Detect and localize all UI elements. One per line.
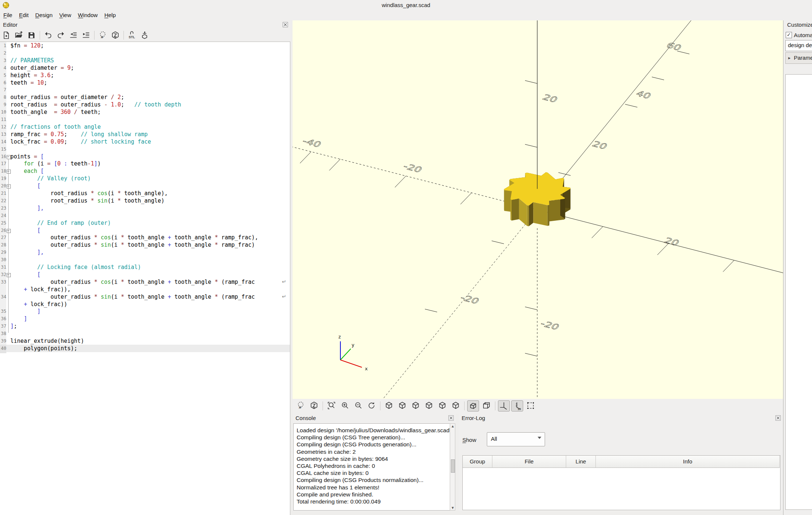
- editor-close-icon[interactable]: [283, 22, 288, 27]
- preview-button[interactable]: »: [97, 30, 108, 40]
- console-scrollbar[interactable]: ▲ ▼: [450, 423, 455, 511]
- new-file-button[interactable]: [1, 30, 12, 40]
- render-button[interactable]: [308, 400, 320, 411]
- code-line-15[interactable]: 15: [0, 145, 290, 153]
- code-line-2[interactable]: 2: [0, 49, 290, 57]
- code-line-5[interactable]: 5height = 3.6;: [0, 72, 290, 79]
- console-close-icon[interactable]: [448, 415, 454, 421]
- show-axes-button[interactable]: [498, 400, 510, 411]
- code-line-24[interactable]: 24: [0, 212, 290, 219]
- code-line-39[interactable]: 39linear_extrude(height): [0, 337, 290, 345]
- errorlog-column-group[interactable]: Group: [463, 456, 492, 468]
- code-line-14[interactable]: 14lock_frac = 0.09; // short locking fac…: [0, 138, 290, 145]
- code-line-8[interactable]: 8outer_radius = outer_diameter / 2;: [0, 94, 290, 101]
- errorlog-table[interactable]: GroupFileLineInfo: [462, 455, 780, 510]
- code-line-23[interactable]: 23 ],: [0, 204, 290, 212]
- code-line-7[interactable]: 7: [0, 86, 290, 94]
- code-line-3[interactable]: 3// PARAMETERS: [0, 57, 290, 64]
- code-line-22[interactable]: 22 root_radius * sin(i * tooth_angle): [0, 197, 290, 204]
- code-line-33[interactable]: 33 outer_radius * cos(i * tooth_angle + …: [0, 278, 290, 286]
- code-line-1[interactable]: 1$fn = 120;: [0, 42, 290, 49]
- redo-button[interactable]: [55, 30, 66, 40]
- preview-button[interactable]: »: [295, 400, 307, 411]
- code-line-37[interactable]: 37];: [0, 322, 290, 330]
- save-button[interactable]: [26, 30, 37, 40]
- save-icon: [27, 31, 36, 40]
- code-line-18[interactable]: 18 each [: [0, 167, 290, 175]
- code-line-31[interactable]: 31 // Locking face (almost radial): [0, 263, 290, 271]
- code-line-30[interactable]: 30: [0, 256, 290, 263]
- line-number: 40: [0, 345, 6, 353]
- view-right-button[interactable]: [383, 400, 395, 411]
- code-line-13[interactable]: 13ramp_frac = 0.75; // long shallow ramp: [0, 131, 290, 138]
- undo-button[interactable]: [43, 30, 54, 40]
- reset-view-button[interactable]: [366, 400, 377, 411]
- code-line-20[interactable]: 20 [: [0, 182, 290, 190]
- menu-edit[interactable]: Edit: [16, 10, 32, 20]
- errorlog-column-file[interactable]: File: [492, 456, 566, 468]
- errorlog-filter-dropdown[interactable]: All: [487, 432, 545, 446]
- unindent-button[interactable]: [68, 30, 79, 40]
- code-line-17[interactable]: 17 for (i = [0 : teeth-1]): [0, 160, 290, 167]
- code-line-21[interactable]: 21 root_radius * cos(i * tooth_angle),: [0, 190, 290, 197]
- code-line-35[interactable]: 35 ]: [0, 308, 290, 315]
- code-line-25[interactable]: 25 // End of ramp (outer): [0, 219, 290, 227]
- code-wrap-row[interactable]: + lock_frac)): [0, 301, 290, 308]
- code-line-19[interactable]: 19 // Valley (root): [0, 175, 290, 182]
- scroll-down-icon[interactable]: ▼: [451, 506, 454, 509]
- perspective-button[interactable]: [467, 400, 479, 411]
- code-line-36[interactable]: 36 ]: [0, 315, 290, 322]
- menu-window[interactable]: Window: [75, 10, 101, 20]
- errorlog-column-line[interactable]: Line: [566, 456, 596, 468]
- code-token: teeth: [10, 79, 30, 86]
- show-crosshairs-button[interactable]: [525, 400, 537, 411]
- code-line-28[interactable]: 28 outer_radius * sin(i * tooth_angle + …: [0, 241, 290, 249]
- console-log[interactable]: Loaded design '/home/julius/Downloads/wi…: [293, 423, 451, 511]
- code-line-11[interactable]: 11: [0, 116, 290, 123]
- menu-file[interactable]: File: [0, 10, 16, 20]
- view-bottom-button[interactable]: [410, 400, 422, 411]
- zoom-out-button[interactable]: [352, 400, 364, 411]
- export-stl-button[interactable]: STL: [126, 30, 138, 40]
- orthogonal-button[interactable]: [481, 400, 492, 411]
- code-token: *: [121, 279, 128, 285]
- view-back-button[interactable]: [450, 400, 462, 411]
- code-line-9[interactable]: 9root_radius = outer_radius - 1.0; // to…: [0, 101, 290, 108]
- code-line-6[interactable]: 6teeth = 10;: [0, 79, 290, 86]
- code-line-4[interactable]: 4outer_diameter = 9;: [0, 64, 290, 72]
- zoom-all-button[interactable]: [326, 400, 337, 411]
- open-folder-button[interactable]: [13, 30, 24, 40]
- menu-view[interactable]: View: [56, 10, 75, 20]
- view-front-button[interactable]: [436, 400, 448, 411]
- code-line-40[interactable]: 40 polygon(points);: [0, 345, 290, 352]
- viewport-3d[interactable]: 20-20-4020406020-20-20zyx: [293, 20, 783, 399]
- zoom-in-button[interactable]: [339, 400, 351, 411]
- code-line-32[interactable]: 32 [: [0, 271, 290, 278]
- view-top-button[interactable]: [396, 400, 408, 411]
- automatic-preview-checkbox[interactable]: ✓: [786, 32, 792, 38]
- code-line-38[interactable]: 38: [0, 330, 290, 337]
- errorlog-column-info[interactable]: Info: [596, 456, 780, 468]
- preset-dropdown[interactable]: design def: [785, 40, 812, 51]
- code-editor[interactable]: 1$fn = 120;23// PARAMETERS4outer_diamete…: [0, 42, 290, 515]
- code-line-12[interactable]: 12// fractions of tooth angle: [0, 123, 290, 131]
- console-scrollbar-thumb[interactable]: [451, 459, 455, 473]
- print-3d-button[interactable]: [139, 30, 150, 40]
- code-line-10[interactable]: 10tooth_angle = 360 / teeth;: [0, 108, 290, 116]
- code-wrap-row[interactable]: + lock_frac)),: [0, 286, 290, 293]
- parameters-group-row[interactable]: ▸ Parame: [785, 52, 812, 64]
- code-line-29[interactable]: 29 ],: [0, 249, 290, 256]
- indent-button[interactable]: [80, 30, 92, 40]
- code-line-16[interactable]: 16points = [: [0, 153, 290, 160]
- menu-design[interactable]: Design: [32, 10, 56, 20]
- code-line-26[interactable]: 26 [: [0, 227, 290, 234]
- code-line-34[interactable]: 34 outer_radius * sin(i * tooth_angle + …: [0, 293, 290, 301]
- scroll-up-icon[interactable]: ▲: [451, 424, 454, 428]
- show-scale-markers-button[interactable]: 10: [511, 400, 523, 411]
- view-left-button[interactable]: [423, 400, 435, 411]
- menu-help[interactable]: Help: [101, 10, 119, 20]
- fold-guide-line: [8, 159, 9, 333]
- render-button[interactable]: [110, 30, 121, 40]
- code-line-27[interactable]: 27 outer_radius * cos(i * tooth_angle + …: [0, 234, 290, 241]
- errorlog-close-icon[interactable]: [775, 415, 781, 421]
